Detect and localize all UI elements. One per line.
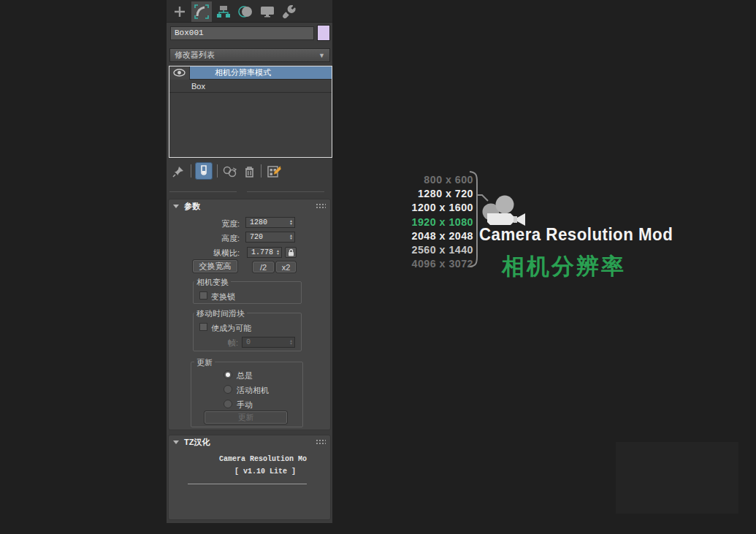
radio-manual[interactable] [224,400,232,408]
movie-camera-icon [478,192,530,226]
resolution-item-active: 1920 x 1080 [370,215,473,229]
stack-item-label: 相机分辨率模式 [190,67,271,78]
height-value: 720 [250,233,263,241]
swap-width-height-button[interactable]: 交换宽高 [193,260,237,272]
height-label: 高度: [196,233,240,244]
width-label: 宽度: [196,218,240,229]
rollout-parameters-header[interactable]: 参数 [169,199,330,213]
modifier-list-label: 修改器列表 [175,50,215,61]
resolution-item: 1200 x 1600 [370,200,473,214]
spinner-arrows-icon[interactable]: ▲▼ [290,220,294,226]
transform-lock-checkbox[interactable] [199,291,207,300]
radio-manual-label: 手动 [237,400,253,411]
configure-sets-icon [267,165,281,178]
divider [261,164,261,178]
transform-lock-label: 变换锁 [211,291,235,302]
group-title: 移动时间滑块 [194,308,247,319]
pin-icon [172,166,184,178]
visibility-toggle[interactable] [169,66,190,80]
stack-item-box[interactable]: Box [169,80,332,93]
command-panel-tabs [167,0,332,23]
chevron-down-icon: ▼ [318,52,325,59]
resolution-item: 800 x 600 [370,172,473,186]
tab-utilities[interactable] [279,1,299,22]
plugin-name-text: Camera Resolution Mo [219,455,307,463]
width-value: 1280 [250,218,267,226]
artwork-title-en: Camera Resolution Mod [479,224,673,245]
resolution-item: 2048 x 2048 [370,229,473,243]
make-possible-checkbox[interactable] [199,323,207,331]
make-unique-button[interactable] [222,165,238,179]
wrench-icon [282,4,297,19]
radio-active-camera-label: 活动相机 [237,385,269,396]
desktop-background: Box001 修改器列表 ▼ 相机分辨率模式 Box [0,0,756,534]
resolution-item: 4096 x 3072 [370,256,473,270]
half-resolution-button[interactable]: /2 [253,262,274,272]
frame-value: 0 [246,338,251,346]
test-tube-icon [199,165,208,178]
spinner-arrows-icon[interactable]: ▲▼ [277,250,281,256]
resolution-list: 800 x 600 1280 x 720 1200 x 1600 1920 x … [370,172,473,270]
radio-always[interactable] [224,370,232,379]
plugin-version-text: [ v1.10 Lite ] [234,468,296,476]
pin-stack-button[interactable] [171,164,186,179]
radio-active-camera[interactable] [224,385,232,394]
spinner-arrows-icon[interactable]: ▲▼ [290,234,294,240]
command-panel: Box001 修改器列表 ▼ 相机分辨率模式 Box [167,0,332,523]
divider [191,164,191,178]
divider [217,164,218,178]
tab-display[interactable] [257,1,278,22]
radio-always-label: 总是 [237,370,253,381]
plus-icon [173,5,186,18]
tab-create[interactable] [169,1,190,22]
rollout-drag-grip[interactable] [316,203,326,209]
modify-icon [194,4,209,19]
hierarchy-icon [216,5,231,18]
stack-item-label: Box [169,82,205,91]
aspect-value: 1.778 [251,248,273,256]
eye-icon [173,69,186,77]
artwork-title-zh: 相机分辨率 [502,251,626,282]
resolution-item: 1280 x 720 [370,186,473,200]
aspect-label: 纵横比: [181,248,240,259]
remove-modifier-button[interactable] [242,164,256,179]
rollout-drag-grip[interactable] [316,439,326,445]
trash-icon [244,165,255,178]
stack-toolbar [167,162,332,181]
aspect-spinner[interactable]: 1.778 ▲▼ [247,247,282,258]
configure-modifier-sets-button[interactable] [266,164,282,179]
stack-item-camera-resolution[interactable]: 相机分辨率模式 [169,66,332,80]
rollout-tz: TZ汉化 [168,435,331,520]
divider [169,191,324,192]
resolution-item: 2560 x 1440 [370,243,473,256]
collapse-arrow-icon [173,440,179,444]
frame-spinner[interactable]: 0 ▲▼ [242,337,295,348]
make-possible-label: 使成为可能 [211,323,251,334]
group-title: 更新 [194,357,215,368]
object-color-swatch[interactable] [317,25,330,41]
aspect-lock-button[interactable] [285,247,297,258]
tab-modify[interactable] [191,1,212,22]
spinner-arrows-icon: ▲▼ [290,340,294,346]
background-faint-rectangle [616,442,738,514]
modifier-stack: 相机分辨率模式 Box [169,66,332,158]
collapse-arrow-icon [173,205,179,208]
height-spinner[interactable]: 720 ▲▼ [245,232,295,243]
object-name-input[interactable]: Box001 [170,26,314,40]
rollout-title: 参数 [184,201,200,212]
display-icon [260,5,275,18]
divider [188,484,307,484]
tab-motion[interactable] [235,1,256,22]
modifier-list-dropdown[interactable]: 修改器列表 ▼ [169,48,330,62]
panel-resize-grip[interactable] [237,188,247,194]
double-resolution-button[interactable]: x2 [276,262,296,272]
update-button[interactable]: 更新 [205,411,287,424]
make-unique-icon [223,166,237,178]
width-spinner[interactable]: 1280 ▲▼ [245,217,295,228]
tab-hierarchy[interactable] [213,1,234,22]
rollout-title: TZ汉化 [184,437,210,448]
frame-label: 帧: [210,337,238,348]
show-end-result-button[interactable] [195,162,213,180]
rollout-tz-header[interactable]: TZ汉化 [169,435,330,449]
motion-icon [238,4,253,19]
